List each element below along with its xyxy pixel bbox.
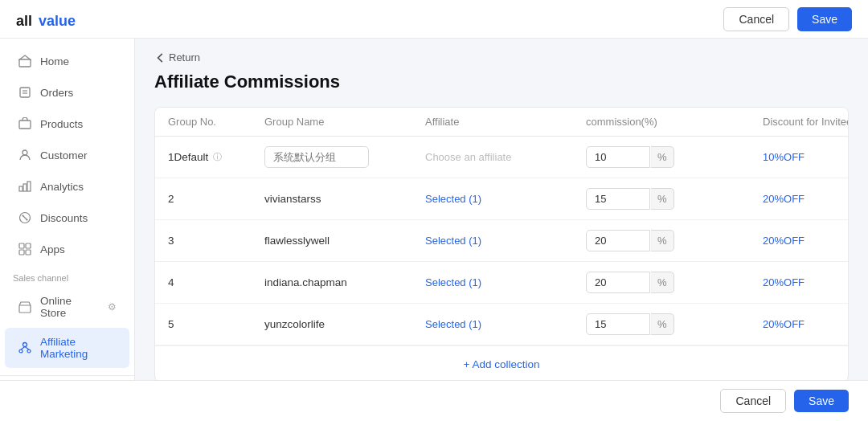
td-group-no-5: 5 (168, 318, 264, 330)
svg-line-24 (25, 347, 29, 350)
td-discount-1[interactable]: 10%OFF (763, 151, 849, 163)
sidebar-nav: Home Orders Products Customer (0, 39, 134, 375)
group-name-4: indiana.chapman (264, 276, 347, 288)
group-no-1: 1Default (168, 151, 208, 163)
page-title: Affiliate Commissions (154, 72, 849, 92)
svg-rect-17 (19, 250, 24, 255)
back-link[interactable]: Return (154, 51, 849, 63)
sidebar-item-products[interactable]: Products (5, 108, 129, 139)
td-group-name-1[interactable] (264, 146, 425, 168)
td-commission-2[interactable]: % (586, 188, 763, 210)
commission-input-3[interactable] (586, 230, 650, 251)
td-commission-3[interactable]: % (586, 230, 763, 251)
logo: all value (16, 8, 96, 31)
td-group-name-2: vivianstarss (264, 193, 425, 205)
group-no-3: 3 (168, 235, 174, 247)
sales-channel-label: Sales channel (0, 265, 134, 286)
affiliate-link-5[interactable]: Selected (1) (425, 318, 481, 330)
sidebar-apps-label: Apps (40, 243, 65, 255)
svg-text:all: all (16, 13, 32, 29)
td-discount-5[interactable]: 20%OFF (763, 318, 849, 330)
discount-link-3[interactable]: 20%OFF (763, 235, 805, 247)
td-commission-5[interactable]: % (586, 313, 763, 335)
group-no-4: 4 (168, 276, 174, 288)
percent-symbol-4: % (651, 272, 674, 293)
sidebar-item-affiliate-marketing[interactable]: Affiliate Marketing (5, 328, 129, 368)
svg-point-21 (19, 349, 23, 353)
affiliate-link-2[interactable]: Selected (1) (425, 193, 481, 205)
add-collection-button[interactable]: + Add collection (464, 358, 540, 370)
group-name-3: flawlesslywell (264, 235, 330, 247)
percent-symbol-5: % (651, 313, 674, 335)
td-commission-1[interactable]: % (586, 146, 763, 168)
svg-line-23 (21, 347, 25, 350)
affiliate-icon (18, 341, 32, 355)
sidebar-item-discounts[interactable]: Discounts (5, 202, 129, 233)
svg-rect-10 (27, 182, 31, 191)
td-discount-2[interactable]: 20%OFF (763, 193, 849, 205)
topbar-actions: Cancel Save (723, 7, 852, 31)
group-name-input-1[interactable] (264, 146, 369, 168)
affiliate-link-3[interactable]: Selected (1) (425, 235, 481, 247)
commission-input-2[interactable] (586, 188, 650, 210)
sidebar-home-label: Home (40, 55, 69, 67)
svg-rect-19 (19, 305, 31, 313)
svg-rect-9 (23, 184, 27, 191)
percent-symbol-1: % (651, 146, 674, 168)
topbar-cancel-button[interactable]: Cancel (723, 7, 789, 31)
main-content: Return Affiliate Commissions Group No. G… (135, 39, 868, 380)
back-label: Return (169, 51, 200, 63)
affiliate-link-4[interactable]: Selected (1) (425, 276, 481, 288)
td-commission-4[interactable]: % (586, 272, 763, 293)
group-no-2: 2 (168, 193, 174, 205)
svg-rect-18 (26, 250, 31, 255)
svg-rect-2 (19, 59, 31, 67)
discount-link-1[interactable]: 10%OFF (763, 151, 805, 163)
commission-input-5[interactable] (586, 313, 650, 335)
discount-link-5[interactable]: 20%OFF (763, 318, 805, 330)
svg-point-14 (27, 219, 28, 221)
commissions-table: Group No. Group Name Affiliate commissio… (154, 107, 849, 380)
sidebar-item-orders[interactable]: Orders (5, 77, 129, 108)
td-affiliate-2[interactable]: Selected (1) (425, 193, 586, 205)
sidebar-discounts-label: Discounts (40, 212, 88, 224)
td-group-name-4: indiana.chapman (264, 276, 425, 288)
bottom-cancel-button[interactable]: Cancel (720, 389, 786, 413)
sidebar-item-online-store[interactable]: Online Store ⚙ (5, 287, 129, 327)
commission-input-1[interactable] (586, 146, 650, 168)
analytics-icon (18, 179, 32, 194)
svg-point-13 (23, 215, 24, 217)
store-icon (18, 300, 32, 314)
commission-input-4[interactable] (586, 272, 650, 293)
orders-icon (18, 85, 32, 100)
td-group-no-2: 2 (168, 193, 264, 205)
table-row: 1Default ⓘ Choose an affiliate % 10%OF (155, 137, 848, 178)
percent-symbol-2: % (651, 188, 674, 210)
group-no-5: 5 (168, 318, 174, 330)
affiliate-placeholder-1[interactable]: Choose an affiliate (425, 151, 511, 163)
svg-rect-6 (19, 121, 31, 129)
sidebar-customer-label: Customer (40, 149, 88, 161)
th-commission: commission(%) (586, 116, 763, 128)
discount-link-2[interactable]: 20%OFF (763, 193, 805, 205)
sidebar-item-customer[interactable]: Customer (5, 140, 129, 170)
add-collection-row: + Add collection (155, 345, 848, 380)
sidebar-item-analytics[interactable]: Analytics (5, 171, 129, 202)
discount-link-4[interactable]: 20%OFF (763, 276, 805, 288)
td-affiliate-5[interactable]: Selected (1) (425, 318, 586, 330)
td-discount-4[interactable]: 20%OFF (763, 276, 849, 288)
topbar-save-button[interactable]: Save (797, 7, 852, 31)
td-affiliate-4[interactable]: Selected (1) (425, 276, 586, 288)
percent-symbol-3: % (651, 230, 674, 251)
sidebar-analytics-label: Analytics (40, 181, 84, 193)
bottom-save-button[interactable]: Save (794, 390, 849, 412)
td-group-name-3: flawlesslywell (264, 235, 425, 247)
td-discount-3[interactable]: 20%OFF (763, 235, 849, 247)
td-affiliate-3[interactable]: Selected (1) (425, 235, 586, 247)
td-group-name-5: yunzcolorlife (264, 318, 425, 330)
sidebar-item-apps[interactable]: Apps (5, 234, 129, 264)
sidebar-item-home[interactable]: Home (5, 46, 129, 76)
td-affiliate-1[interactable]: Choose an affiliate (425, 151, 586, 163)
table-row: 3 flawlesslywell Selected (1) % 20%OFF (155, 220, 848, 262)
store-settings-icon: ⚙ (108, 301, 117, 313)
